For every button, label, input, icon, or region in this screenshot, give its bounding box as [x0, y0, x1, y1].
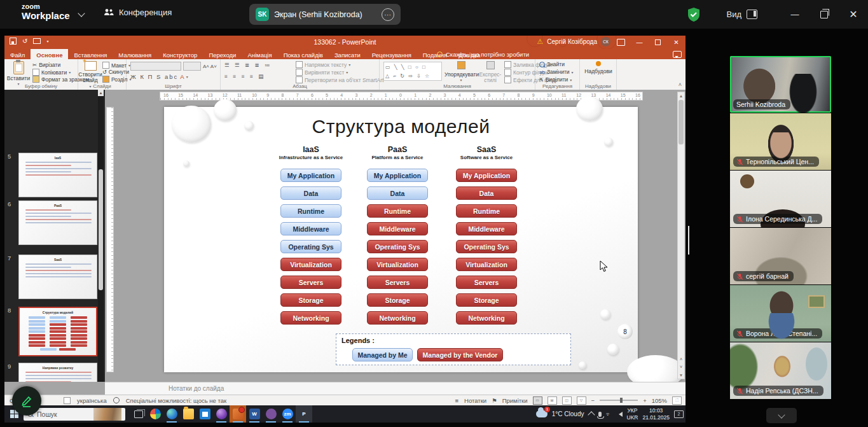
select-button[interactable]: ⇱Виділити▾ — [539, 76, 572, 83]
slide-thumbnail-5[interactable]: IaaS — [18, 153, 97, 197]
ribbon-tab-рецензування[interactable]: Рецензування — [366, 49, 417, 59]
text-direction-button[interactable]: Напрямок тексту▾ — [296, 61, 350, 68]
ribbon-tab-переходи[interactable]: Переходи — [203, 49, 242, 59]
panel-resize-handle[interactable] — [688, 226, 689, 255]
layer-box-servers[interactable]: Servers — [456, 276, 517, 289]
layer-box-runtime[interactable]: Runtime — [456, 204, 517, 218]
layer-box-virtualization[interactable]: Virtualization — [456, 258, 517, 271]
layer-box-servers[interactable]: Servers — [367, 276, 428, 289]
layer-box-data[interactable]: Data — [280, 186, 341, 200]
weather-icon[interactable]: 1 — [536, 410, 548, 417]
layer-box-networking[interactable]: Networking — [456, 311, 517, 325]
ppt-restore-button[interactable] — [649, 36, 667, 49]
thumbnail-scrollbar[interactable]: ▲ ▼ — [98, 90, 104, 382]
tab-shared-screen[interactable]: SK Экран (Serhii Kozibroda) ⋯ — [249, 4, 401, 25]
font-style-buttons[interactable]: Ж К П S abcA▾ — [130, 73, 189, 80]
collapse-ribbon-icon[interactable]: ˄ — [679, 81, 682, 88]
ppt-close-button[interactable]: ✕ — [667, 36, 685, 49]
taskbar-app-viber[interactable] — [263, 405, 279, 423]
zoom-slider[interactable] — [600, 400, 638, 401]
find-button[interactable]: Знайти — [539, 61, 565, 67]
notification-center-icon[interactable]: 2 — [674, 410, 684, 418]
ribbon-tab-вставлення[interactable]: Вставлення — [68, 49, 113, 59]
ribbon-tab-файл[interactable]: Файл — [4, 49, 31, 59]
addins-button[interactable]: Надбудови — [584, 61, 613, 74]
layer-box-my-application[interactable]: My Application — [280, 169, 341, 182]
previous-slide-button[interactable]: ˄ — [678, 356, 684, 363]
font-name-box[interactable]: A˄ A˅ — [130, 62, 217, 71]
font-size-box[interactable] — [183, 62, 201, 71]
bullet-list-buttons[interactable]: ☰ ☰ ≣ ≣ ≔ — [224, 62, 272, 68]
minimize-button[interactable]: — — [780, 0, 809, 29]
ribbon-tab-малювання[interactable]: Малювання — [113, 49, 157, 59]
paste-button[interactable]: Вставити ▾ — [6, 61, 31, 86]
close-button[interactable]: ✕ — [839, 0, 868, 29]
layer-box-middleware[interactable]: Middleware — [280, 222, 341, 235]
slide-thumbnail-8[interactable]: Структура моделей — [18, 307, 97, 356]
zoom-level[interactable]: 105% — [652, 397, 667, 404]
slide-thumbnail-9[interactable]: Напрямки розвитку — [18, 363, 97, 382]
slide-canvas[interactable]: Структура моделей IaaSInfrastructure as … — [164, 107, 638, 372]
comments-toggle[interactable]: Примітки — [502, 397, 528, 404]
participant-tile[interactable]: Тернопільський Цен... — [730, 113, 831, 170]
participant-tile[interactable]: сергій барнай — [730, 228, 831, 284]
layer-box-servers[interactable]: Servers — [280, 276, 341, 289]
task-view-button[interactable] — [130, 410, 147, 418]
cut-button[interactable]: ✂Вирізати — [32, 62, 60, 68]
language-indicator[interactable]: УКРUKR — [627, 407, 638, 420]
reset-button[interactable]: ↺Скинути — [102, 69, 129, 75]
layer-box-networking[interactable]: Networking — [367, 311, 428, 325]
taskbar-app-edge[interactable] — [163, 405, 180, 423]
tell-me-box[interactable]: Скажіть, що потрібно зробити — [432, 49, 534, 59]
taskbar-app-powerpoint[interactable]: P — [296, 405, 312, 423]
more-options-icon[interactable]: ⋯ — [382, 8, 394, 21]
layer-box-operating-sys[interactable]: Operating Sys — [367, 240, 428, 253]
align-buttons[interactable]: ≡ ≡ ≡ ≡ ▤ — [224, 73, 265, 80]
chevron-down-icon[interactable] — [78, 10, 85, 17]
scroll-down-arrow[interactable]: ▼ — [678, 372, 684, 379]
notes-panel[interactable]: Нотатки до слайда — [105, 382, 685, 395]
copy-button[interactable]: Копіювати▾ — [32, 69, 71, 76]
layer-box-my-application[interactable]: My Application — [367, 169, 428, 182]
layer-box-middleware[interactable]: Middleware — [456, 222, 517, 235]
view-layout-icon[interactable] — [747, 10, 757, 19]
layer-box-middleware[interactable]: Middleware — [367, 222, 428, 235]
layer-box-data[interactable]: Data — [456, 186, 517, 200]
legend-box[interactable]: Legends : Managed by Me Managed by the V… — [336, 333, 571, 365]
view-button[interactable]: Вид — [726, 10, 741, 19]
clock[interactable]: 10:0321.01.2025 — [642, 407, 670, 420]
participant-tile[interactable]: Ворона Леся Степані... — [730, 285, 831, 342]
layer-box-storage[interactable]: Storage — [280, 293, 341, 307]
layer-box-networking[interactable]: Networking — [280, 311, 341, 325]
fit-to-window-button[interactable]: ⛶ — [672, 396, 682, 405]
layer-box-virtualization[interactable]: Virtualization — [367, 258, 428, 271]
ribbon-tab-анімація[interactable]: Анімація — [242, 49, 277, 59]
participants-scroll-down-button[interactable] — [766, 408, 797, 423]
zoom-out-button[interactable]: − — [591, 397, 595, 404]
ribbon-tab-показ слайдів[interactable]: Показ слайдів — [278, 49, 329, 59]
participant-tile[interactable]: Serhii Kozibroda — [730, 56, 831, 113]
zoom-in-button[interactable]: + — [643, 397, 647, 404]
slide-title[interactable]: Структура моделей — [164, 116, 638, 137]
smartart-button[interactable]: Перетворити на об'єкт SmartArt — [296, 76, 383, 83]
security-shield-icon[interactable] — [687, 7, 701, 22]
align-text-button[interactable]: Вирівняти текст▾ — [296, 69, 348, 76]
notes-toggle[interactable]: Нотатки — [464, 397, 486, 404]
next-slide-button[interactable]: ˅ — [678, 363, 684, 371]
account-area[interactable]: ⚠ Сергій Козіброда СК — [537, 37, 610, 46]
taskbar-app-zoom[interactable]: zm — [279, 405, 296, 423]
ribbon-tab-записати[interactable]: Записати — [329, 49, 366, 59]
taskbar-app-browser[interactable] — [213, 405, 230, 423]
main-vertical-scrollbar[interactable]: ▲ ˄ ˅ ▼ — [677, 92, 685, 379]
participant-tile[interactable]: Надія Репська (ДСЗН... — [730, 342, 831, 399]
proofing-icon[interactable] — [64, 397, 71, 404]
layer-box-operating-sys[interactable]: Operating Sys — [456, 240, 517, 253]
comments-bubble-icon[interactable] — [673, 51, 682, 58]
normal-view-button[interactable]: ▭ — [533, 396, 542, 405]
layer-box-virtualization[interactable]: Virtualization — [280, 258, 341, 271]
scroll-up-arrow[interactable]: ▲ — [678, 92, 684, 99]
scroll-up-arrow[interactable]: ▲ — [98, 90, 104, 96]
slide-thumbnail-7[interactable]: SaaS — [18, 255, 97, 299]
restore-button[interactable] — [809, 0, 839, 29]
scrollbar-thumb[interactable] — [679, 100, 684, 144]
